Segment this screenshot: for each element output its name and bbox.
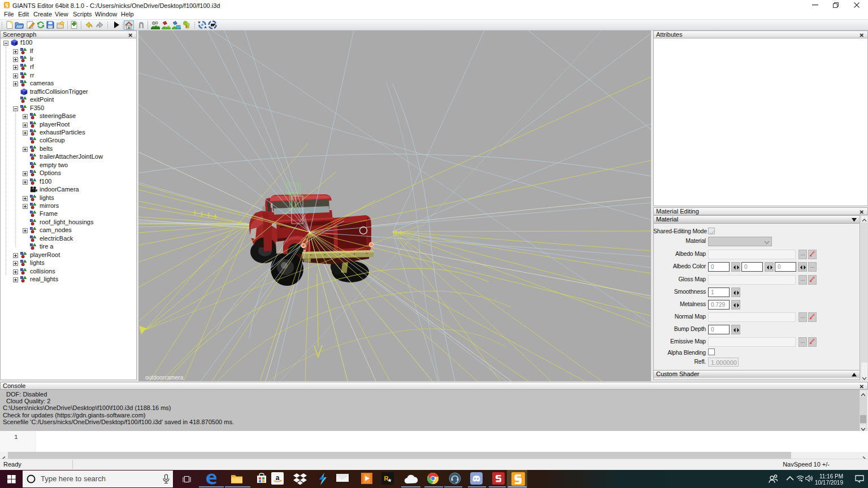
svg-text:R: R — [384, 475, 389, 482]
svg-text:outdoorcamera: outdoorcamera — [145, 374, 184, 381]
svg-text:a: a — [276, 474, 280, 482]
